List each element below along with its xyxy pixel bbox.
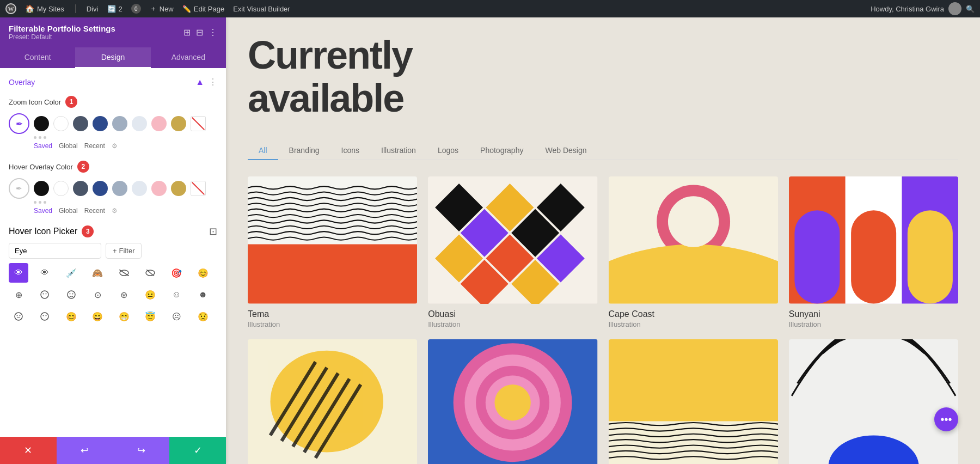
collapse-section-icon[interactable]: ▲ <box>195 77 204 87</box>
divi-menu[interactable]: Divi <box>87 5 99 13</box>
portfolio-item-sunyani[interactable]: Sunyani Illustration <box>789 176 958 328</box>
global-colors-link[interactable]: Global <box>59 207 78 215</box>
updates-count[interactable]: 🔄 2 <box>107 5 122 13</box>
saved-colors-link[interactable]: Saved <box>34 207 52 215</box>
color-swatch-none[interactable] <box>191 116 206 131</box>
edit-page-button[interactable]: ✏️ Edit Page <box>182 5 224 13</box>
color-swatch-black[interactable] <box>34 116 49 131</box>
color-swatch-none[interactable] <box>191 181 206 196</box>
color-swatch-very-light[interactable] <box>132 116 147 131</box>
search-icon[interactable]: 🔍 <box>966 5 975 13</box>
icon-cell-eye-variant1[interactable] <box>114 263 134 283</box>
icon-cell-face4[interactable]: ☻ <box>193 285 213 304</box>
icon-cell-happy[interactable]: 😊 <box>62 307 81 326</box>
global-colors-link[interactable]: Global <box>59 142 78 150</box>
icon-cell-eye-variant2[interactable] <box>140 263 160 283</box>
preset-selector[interactable]: Preset: Default <box>9 33 115 41</box>
color-swatch-white[interactable] <box>53 181 69 196</box>
saved-colors-link[interactable]: Saved <box>34 142 52 150</box>
portfolio-item-ashaiman[interactable]: Ashaiman Illustration <box>248 339 417 464</box>
redo-button[interactable]: ↪ <box>113 437 170 464</box>
tab-advanced[interactable]: Advanced <box>151 47 226 68</box>
filter-tab-webdesign[interactable]: Web Design <box>534 142 597 160</box>
filter-tab-branding[interactable]: Branding <box>278 142 330 160</box>
filter-tab-photography[interactable]: Photography <box>469 142 534 160</box>
icon-cell-dot-circle[interactable]: ⊙ <box>88 285 107 304</box>
new-button[interactable]: ＋ New <box>150 4 174 14</box>
icon-cell-crosshair[interactable]: ⊕ <box>9 285 28 304</box>
wordpress-logo-icon[interactable]: W <box>5 3 16 14</box>
color-settings-icon[interactable]: ⚙ <box>112 142 118 150</box>
icon-cell-thinking[interactable] <box>9 307 28 326</box>
panel-responsive-icon[interactable]: ⊞ <box>183 27 191 38</box>
eyedropper-icon: ✒ <box>16 184 22 193</box>
zoom-icon-eyedropper[interactable]: ✒ <box>9 113 29 134</box>
panel-header-controls: ⊞ ⊟ ⋮ <box>183 27 217 38</box>
icon-cell-eye-filled[interactable]: 👁 <box>9 263 28 283</box>
undo-button[interactable]: ↩ <box>57 437 113 464</box>
color-settings-icon[interactable]: ⚙ <box>112 207 118 215</box>
comments-count[interactable]: 0 <box>131 4 141 14</box>
exit-visual-builder-button[interactable]: Exit Visual Builder <box>233 5 290 13</box>
tab-content[interactable]: Content <box>0 47 75 68</box>
color-swatch-dark-gray[interactable] <box>73 116 88 131</box>
portfolio-thumb-tema <box>248 176 417 303</box>
icon-cell-face5[interactable] <box>35 307 54 326</box>
panel-more-icon[interactable]: ⋮ <box>209 27 217 38</box>
section-menu-icon[interactable]: ⋮ <box>209 77 217 87</box>
zoom-icon-color-label: Zoom Icon Color <box>9 98 61 106</box>
icon-cell-happy2[interactable]: 😄 <box>88 307 107 326</box>
icon-cell-target[interactable]: 🎯 <box>167 263 186 283</box>
icon-cell-emoji1[interactable]: 😇 <box>140 307 160 326</box>
icon-search-input[interactable] <box>9 243 101 259</box>
icon-cell-smile[interactable]: 😊 <box>193 263 213 283</box>
icon-cell-emoji2[interactable]: ☹ <box>167 307 186 326</box>
color-swatch-gold[interactable] <box>171 181 186 196</box>
recent-colors-link[interactable]: Recent <box>84 142 105 150</box>
user-menu[interactable]: Howdy, Christina Gwira 🔍 <box>871 2 975 15</box>
color-swatch-very-light[interactable] <box>132 181 147 196</box>
color-swatch-light-blue[interactable] <box>112 181 127 196</box>
color-swatch-gold[interactable] <box>171 116 186 131</box>
filter-tab-logos[interactable]: Logos <box>427 142 469 160</box>
svg-point-31 <box>667 197 718 247</box>
color-swatch-dark-blue[interactable] <box>93 181 108 196</box>
portfolio-item-takoradi[interactable]: Takoradi Illustration <box>428 339 597 464</box>
color-swatch-white[interactable] <box>53 116 69 131</box>
portfolio-item-tema[interactable]: Tema Illustration <box>248 176 417 328</box>
color-swatch-dark-gray[interactable] <box>73 181 88 196</box>
icon-cell-dropper[interactable]: 💉 <box>62 263 81 283</box>
icon-cell-emoji3[interactable]: 😟 <box>193 307 213 326</box>
icon-cell-record[interactable]: ⊛ <box>114 285 134 304</box>
cancel-button[interactable]: ✕ <box>0 437 57 464</box>
portfolio-item-cape-coast[interactable]: Cape Coast Illustration <box>609 176 778 328</box>
portfolio-item-tamale[interactable]: Tamale Illustration <box>789 339 958 464</box>
save-button[interactable]: ✓ <box>169 437 226 464</box>
portfolio-item-sekondi[interactable]: Sekondi Illustration <box>609 339 778 464</box>
color-swatch-dark-blue[interactable] <box>93 116 108 131</box>
icon-cell-face1[interactable] <box>35 285 54 304</box>
filter-tab-all[interactable]: All <box>248 142 278 160</box>
filter-tab-icons[interactable]: Icons <box>330 142 370 160</box>
color-swatch-light-blue[interactable] <box>112 116 127 131</box>
panel-grid-icon[interactable]: ⊟ <box>196 27 203 38</box>
hover-overlay-eyedropper[interactable]: ✒ <box>9 178 29 199</box>
capture-icon[interactable]: ⊡ <box>209 225 217 237</box>
hover-color-dots <box>9 201 217 204</box>
color-swatch-black[interactable] <box>34 181 49 196</box>
icon-cell-hidden[interactable]: 🙈 <box>88 263 107 283</box>
recent-colors-link[interactable]: Recent <box>84 207 105 215</box>
filter-tab-illustration[interactable]: Illustration <box>370 142 427 160</box>
color-swatch-pink[interactable] <box>151 181 167 196</box>
portfolio-item-obuasi[interactable]: Obuasi Illustration <box>428 176 597 328</box>
tab-design[interactable]: Design <box>75 47 150 68</box>
floating-action-button[interactable]: ••• <box>934 407 958 431</box>
icon-cell-face2[interactable] <box>62 285 81 304</box>
icon-filter-button[interactable]: + Filter <box>106 243 142 259</box>
icon-cell-face3[interactable]: ☺ <box>167 285 186 304</box>
icon-cell-neutral[interactable]: 😐 <box>140 285 160 304</box>
my-sites-menu[interactable]: 🏠 My Sites <box>25 4 64 13</box>
icon-cell-happy3[interactable]: 😁 <box>114 307 134 326</box>
icon-cell-eye[interactable]: 👁 <box>35 263 54 283</box>
color-swatch-pink[interactable] <box>151 116 167 131</box>
